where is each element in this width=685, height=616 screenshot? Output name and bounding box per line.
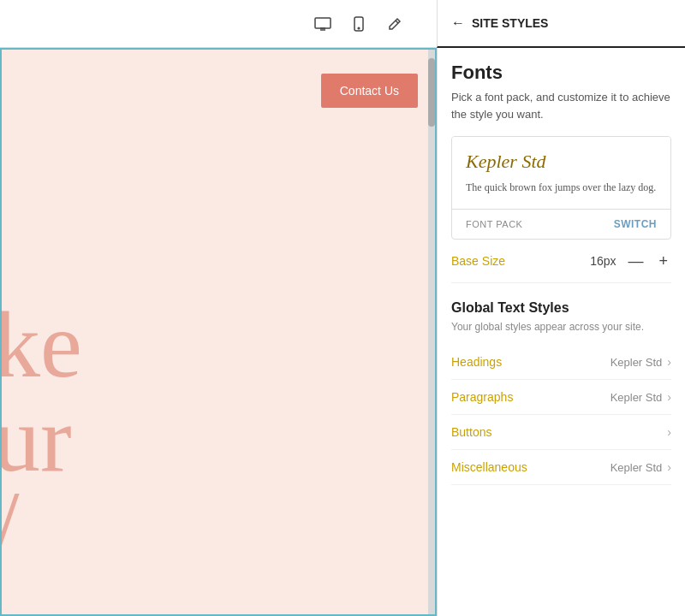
style-row-label-3: Miscellaneous <box>451 460 527 474</box>
site-styles-label: SITE STYLES <box>472 16 548 30</box>
site-styles-header[interactable]: ← SITE STYLES <box>437 0 685 48</box>
style-rows-container: HeadingsKepler Std›ParagraphsKepler Std›… <box>451 345 671 485</box>
chevron-right-icon: › <box>667 355 671 369</box>
style-row-headings[interactable]: HeadingsKepler Std› <box>451 345 671 380</box>
style-row-right-3: Kepler Std› <box>611 460 671 474</box>
style-row-value-1: Kepler Std <box>611 391 663 404</box>
base-size-decrease-button[interactable]: — <box>624 253 646 269</box>
font-pack-footer: FONT PACK SWITCH <box>452 209 670 239</box>
base-size-row: Base Size 16px — + <box>451 253 671 283</box>
global-text-styles-desc: Your global styles appear across your si… <box>451 319 671 335</box>
chevron-right-icon: › <box>667 390 671 404</box>
chevron-right-icon: › <box>667 425 671 439</box>
base-size-label: Base Size <box>451 254 505 268</box>
style-row-miscellaneous[interactable]: MiscellaneousKepler Std› <box>451 450 671 485</box>
mobile-view-button[interactable] <box>342 8 375 40</box>
font-pack-switch-button[interactable]: SWITCH <box>614 218 657 230</box>
style-row-label-0: Headings <box>451 355 502 369</box>
right-panel: Fonts Pick a font pack, and customize it… <box>437 48 685 616</box>
panel-description: Pick a font pack, and customize it to ac… <box>451 89 671 122</box>
contact-us-button[interactable]: Contact Us <box>321 74 418 108</box>
desktop-view-button[interactable] <box>307 8 339 40</box>
style-row-buttons[interactable]: Buttons› <box>451 415 671 450</box>
canvas-text-slash: / <box>0 477 20 572</box>
svg-rect-0 <box>315 18 331 28</box>
style-row-right-0: Kepler Std› <box>611 355 671 369</box>
style-row-value-0: Kepler Std <box>611 356 663 369</box>
main-area: Contact Us ke ur / Fonts Pick a font pac… <box>0 48 685 616</box>
style-row-paragraphs[interactable]: ParagraphsKepler Std› <box>451 380 671 415</box>
style-row-right-2: › <box>667 425 671 439</box>
style-row-label-1: Paragraphs <box>451 390 513 404</box>
font-pack-sample: The quick brown fox jumps over the lazy … <box>466 180 657 195</box>
font-pack-card: Kepler Std The quick brown fox jumps ove… <box>451 136 671 240</box>
font-pack-name: Kepler Std <box>466 151 657 173</box>
svg-line-5 <box>396 21 398 23</box>
svg-point-4 <box>358 27 360 29</box>
style-row-value-3: Kepler Std <box>611 461 663 474</box>
back-arrow-icon: ← <box>451 15 465 31</box>
chevron-right-icon: › <box>667 460 671 474</box>
canvas-preview: Contact Us ke ur / <box>0 48 437 616</box>
canvas-scrollbar[interactable] <box>428 50 435 614</box>
font-pack-preview: Kepler Std The quick brown fox jumps ove… <box>452 137 670 209</box>
canvas-text-ke: ke <box>0 298 82 392</box>
edit-button[interactable] <box>378 8 411 40</box>
style-row-right-1: Kepler Std› <box>611 390 671 404</box>
font-pack-footer-label: FONT PACK <box>466 219 522 229</box>
panel-title: Fonts <box>451 62 671 84</box>
style-row-label-2: Buttons <box>451 425 491 439</box>
base-size-increase-button[interactable]: + <box>655 253 671 269</box>
global-text-styles-title: Global Text Styles <box>451 300 671 316</box>
scrollbar-thumb[interactable] <box>428 58 435 127</box>
base-size-controls: 16px — + <box>590 253 671 269</box>
base-size-value: 16px <box>590 254 616 268</box>
